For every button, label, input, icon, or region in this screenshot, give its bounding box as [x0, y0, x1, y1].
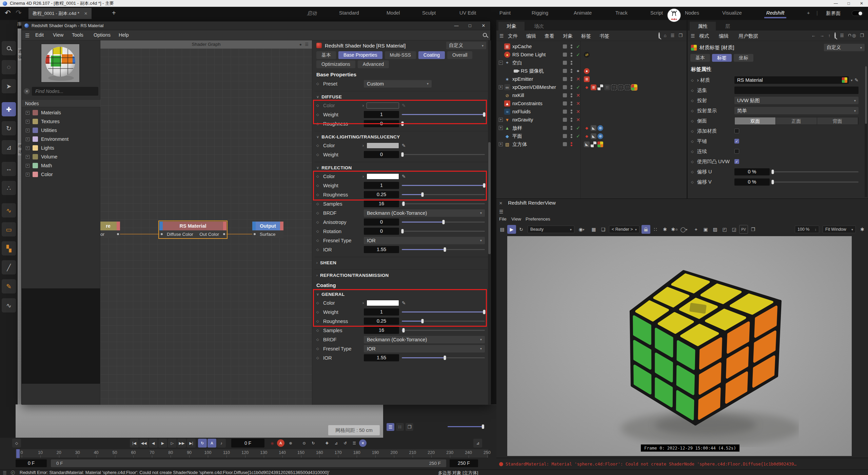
- search-tool-icon[interactable]: [2, 41, 16, 55]
- go-start-icon[interactable]: |◀: [130, 439, 139, 448]
- om-menu-item[interactable]: 编辑: [526, 33, 536, 39]
- go-end-icon[interactable]: ▶|: [187, 439, 196, 448]
- fit-window-dropdown[interactable]: Fit Window▾: [823, 226, 856, 233]
- maximize-button[interactable]: □: [843, 0, 854, 7]
- eyedropper-icon[interactable]: ✎: [402, 174, 406, 179]
- slider-handle[interactable]: [402, 328, 405, 332]
- bucket-grid-icon[interactable]: ∷: [651, 225, 660, 234]
- top-menu-standard[interactable]: Standard: [339, 10, 359, 16]
- aov-dropdown[interactable]: Beauty▾: [528, 226, 574, 233]
- shader-menu-edit[interactable]: Edit: [35, 32, 44, 38]
- enable-state-icon[interactable]: ✕: [575, 117, 581, 122]
- value-field[interactable]: 1: [364, 182, 399, 189]
- expander-icon[interactable]: +: [26, 155, 29, 159]
- top-menu-rigging[interactable]: Rigging: [532, 10, 548, 16]
- restart-render-icon[interactable]: ↻: [517, 225, 526, 234]
- move-tool-icon[interactable]: ✚: [2, 102, 16, 116]
- attr-menu-item[interactable]: 编辑: [719, 33, 729, 39]
- node-output[interactable]: Output Surface: [252, 222, 283, 238]
- layer-chip[interactable]: [563, 126, 567, 130]
- axis-move-tool-icon[interactable]: ↔: [2, 162, 16, 176]
- layer-chip[interactable]: [563, 69, 567, 73]
- attr-target-icon[interactable]: ◎: [852, 33, 856, 38]
- section-header-sheen[interactable]: ›SHEEN: [312, 259, 491, 267]
- layer-chip[interactable]: [563, 44, 567, 49]
- close-icon[interactable]: ✕: [499, 201, 502, 206]
- playhead[interactable]: [16, 449, 20, 458]
- slider[interactable]: [402, 203, 485, 204]
- layer-chip[interactable]: [563, 85, 567, 89]
- color-swatch[interactable]: [367, 142, 399, 149]
- shader-menu-view[interactable]: View: [53, 32, 63, 38]
- slider[interactable]: [402, 231, 485, 232]
- tab-item[interactable]: 属性: [690, 22, 716, 31]
- layer-chip[interactable]: [563, 77, 567, 81]
- slider-handle[interactable]: [444, 356, 446, 360]
- enable-state-icon[interactable]: ✕: [575, 93, 581, 98]
- attr-back-icon[interactable]: ←: [811, 33, 816, 38]
- om-menu-item[interactable]: 查看: [545, 33, 554, 39]
- focus-picker-icon[interactable]: ⌖: [692, 225, 701, 234]
- hamburger-icon[interactable]: ☰: [3, 470, 7, 475]
- tag-uvw-icon[interactable]: ⊕: [597, 133, 603, 139]
- object-icon-constraints[interactable]: ▲: [504, 100, 510, 107]
- hamburger-icon[interactable]: ☰: [25, 33, 29, 39]
- tag-dots-icon[interactable]: ∷: [604, 84, 610, 90]
- add-image-icon[interactable]: ◲: [730, 225, 738, 234]
- object-row-item[interactable]: +◆平面✓◆◣⊕: [496, 132, 687, 140]
- expander-icon[interactable]: +: [499, 126, 503, 130]
- object-row-item[interactable]: +▲放样✓◆◣⊕: [496, 124, 687, 132]
- dropdown-brdf[interactable]: Beckmann (Cook-Torrance)▾: [364, 336, 485, 343]
- tag-redstack-icon[interactable]: ≣: [584, 76, 590, 82]
- attributes-scrollbar[interactable]: [865, 66, 867, 197]
- object-row-nxkill[interactable]: +⊘nxKill✕: [496, 91, 687, 99]
- new-interface-label[interactable]: 新界面: [826, 10, 841, 17]
- add-layout-tab-button[interactable]: +: [807, 10, 810, 16]
- slider[interactable]: [772, 171, 859, 172]
- copy-page-icon[interactable]: ❐: [749, 225, 757, 234]
- object-icon-camera[interactable]: [513, 68, 519, 74]
- expander-icon[interactable]: −: [499, 61, 503, 65]
- new-document-tab-button[interactable]: +: [112, 9, 116, 17]
- enable-state-icon[interactable]: ✕: [575, 101, 581, 106]
- tab-item[interactable]: 标签: [712, 54, 732, 62]
- settings-gear-icon[interactable]: ✱: [858, 225, 867, 234]
- visibility-dots[interactable]: [571, 85, 572, 90]
- object-icon-gravity[interactable]: ▼: [504, 117, 510, 123]
- value-field[interactable]: 0.25: [364, 318, 399, 325]
- slider-handle[interactable]: [402, 202, 405, 206]
- tag-phong-icon[interactable]: ◣: [591, 125, 596, 131]
- expander-icon[interactable]: +: [499, 85, 503, 89]
- close-icon[interactable]: ✕: [477, 21, 490, 30]
- zoom-level-box[interactable]: 100 %↕: [795, 226, 819, 233]
- dropdown-item[interactable]: 简单▾: [734, 107, 859, 114]
- enable-state-icon[interactable]: ✕: [575, 76, 581, 82]
- side-option-item[interactable]: 正面: [776, 117, 817, 125]
- tag-checker-icon[interactable]: [591, 141, 596, 147]
- expander-icon[interactable]: +: [26, 173, 29, 176]
- slider-handle[interactable]: [483, 310, 485, 314]
- attr-popout-icon[interactable]: ❐: [860, 33, 864, 38]
- slider[interactable]: [402, 249, 485, 250]
- in-port[interactable]: [254, 233, 256, 235]
- value-field[interactable]: 0: [364, 151, 399, 158]
- tab-item[interactable]: 基本: [316, 51, 336, 59]
- node-category-math[interactable]: +Math: [22, 161, 100, 170]
- node-texture-partial[interactable]: re or: [100, 222, 120, 238]
- deer-logo-icon[interactable]: m&s: [667, 8, 682, 23]
- node-category-textures[interactable]: +Textures: [22, 117, 100, 126]
- layer-chip[interactable]: [563, 142, 567, 146]
- shader-menu-options[interactable]: Options: [94, 32, 111, 38]
- autokey-icon[interactable]: A: [277, 439, 284, 447]
- tab-coating[interactable]: Coating: [418, 51, 445, 59]
- node-category-environment[interactable]: +Environment: [22, 135, 100, 144]
- om-menu-item[interactable]: 对象: [563, 33, 573, 39]
- object-row-xpemitter[interactable]: +∗xpEmitter✕≣: [496, 75, 687, 83]
- node-category-volume[interactable]: +Volume: [22, 152, 100, 161]
- tab-item[interactable]: 场次: [526, 22, 552, 31]
- rv-menu-file[interactable]: File: [499, 216, 507, 222]
- value-field[interactable]: 0 %: [734, 178, 770, 186]
- snapshot-group-icon[interactable]: ✱G: [670, 225, 679, 234]
- play-icon[interactable]: ▶: [158, 439, 167, 448]
- slider-handle[interactable]: [771, 170, 774, 174]
